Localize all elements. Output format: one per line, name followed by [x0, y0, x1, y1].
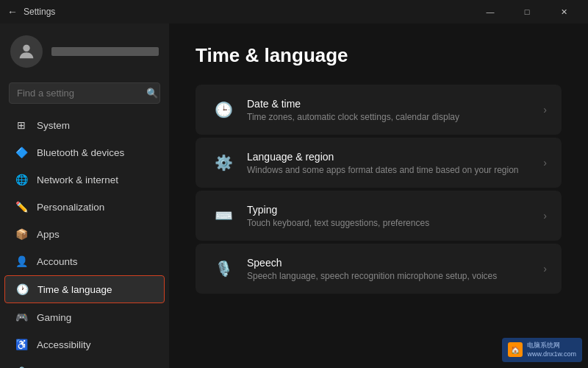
close-button[interactable]: ✕: [547, 0, 581, 24]
date-time-subtitle: Time zones, automatic clock settings, ca…: [247, 112, 543, 122]
card-speech[interactable]: 🎙️ Speech Speech language, speech recogn…: [196, 244, 562, 294]
bluetooth-icon: 🔷: [15, 146, 28, 159]
sidebar-item-label: Apps: [37, 229, 60, 240]
user-profile[interactable]: [0, 24, 169, 79]
date-time-title: Date & time: [247, 98, 543, 110]
page-title: Time & language: [196, 44, 562, 67]
card-typing[interactable]: ⌨️ Typing Touch keyboard, text suggestio…: [196, 191, 562, 241]
gaming-icon: 🎮: [15, 311, 28, 324]
language-region-icon: ⚙️: [210, 149, 237, 176]
speech-subtitle: Speech language, speech recognition micr…: [247, 271, 543, 281]
maximize-button[interactable]: □: [510, 0, 544, 24]
sidebar-item-label: Accounts: [37, 256, 78, 267]
sidebar-item-label: Accessibility: [37, 339, 91, 350]
nav-list: ⊞ System 🔷 Bluetooth & devices 🌐 Network…: [0, 111, 169, 368]
avatar: [10, 35, 43, 68]
language-region-chevron: ›: [543, 157, 547, 169]
system-icon: ⊞: [15, 118, 28, 132]
sidebar-item-personalization[interactable]: ✏️ Personalization: [4, 194, 165, 220]
search-input[interactable]: [17, 88, 140, 99]
network-icon: 🌐: [15, 173, 28, 186]
card-language-region[interactable]: ⚙️ Language & region Windows and some ap…: [196, 138, 562, 188]
personalization-icon: ✏️: [15, 200, 28, 213]
minimize-button[interactable]: —: [473, 0, 507, 24]
date-time-chevron: ›: [543, 104, 547, 116]
speech-title: Speech: [247, 257, 543, 269]
sidebar-item-label: System: [37, 120, 70, 131]
sidebar-item-accessibility[interactable]: ♿ Accessibility: [4, 331, 165, 358]
titlebar-title: Settings: [24, 7, 55, 17]
sidebar-item-label: Gaming: [37, 312, 71, 323]
date-time-icon: 🕒: [210, 96, 237, 123]
sidebar-item-bluetooth[interactable]: 🔷 Bluetooth & devices: [4, 139, 165, 166]
titlebar-controls: — □ ✕: [473, 0, 581, 24]
speech-chevron: ›: [543, 263, 547, 275]
titlebar: ← Settings — □ ✕: [0, 0, 588, 24]
svg-point-0: [23, 45, 29, 52]
sidebar-item-label: Bluetooth & devices: [37, 147, 124, 158]
language-region-title: Language & region: [247, 151, 543, 163]
card-date-time[interactable]: 🕒 Date & time Time zones, automatic cloc…: [196, 85, 562, 135]
sidebar-item-label: Time & language: [37, 284, 112, 295]
sidebar-item-time-language[interactable]: 🕐 Time & language: [4, 275, 165, 303]
typing-title: Typing: [247, 204, 543, 216]
typing-chevron: ›: [543, 210, 547, 222]
cards-list: 🕒 Date & time Time zones, automatic cloc…: [196, 85, 562, 294]
sidebar: 🔍 ⊞ System 🔷 Bluetooth & devices 🌐 Netwo…: [0, 24, 169, 368]
typing-icon: ⌨️: [210, 202, 237, 229]
sidebar-item-apps[interactable]: 📦 Apps: [4, 221, 165, 247]
main-content: Time & language 🕒 Date & time Time zones…: [169, 24, 588, 368]
accounts-icon: 👤: [15, 255, 28, 268]
typing-subtitle: Touch keyboard, text suggestions, prefer…: [247, 218, 543, 228]
apps-icon: 📦: [15, 227, 28, 241]
sidebar-item-label: Personalization: [37, 202, 104, 213]
search-icon: 🔍: [146, 88, 158, 99]
language-region-subtitle: Windows and some apps format dates and t…: [247, 165, 543, 175]
sidebar-item-label: Network & internet: [37, 174, 118, 185]
sidebar-item-network[interactable]: 🌐 Network & internet: [4, 166, 165, 193]
watermark-text: 电脑系统网 www.dnx1w.com: [527, 341, 576, 359]
titlebar-left: ← Settings: [7, 6, 55, 18]
sidebar-item-accounts[interactable]: 👤 Accounts: [4, 248, 165, 275]
user-name-bar: [51, 47, 159, 56]
sidebar-item-system[interactable]: ⊞ System: [4, 112, 165, 138]
app-container: 🔍 ⊞ System 🔷 Bluetooth & devices 🌐 Netwo…: [0, 24, 588, 368]
sidebar-item-gaming[interactable]: 🎮 Gaming: [4, 304, 165, 330]
sidebar-item-privacy[interactable]: 🔒 Privacy & security: [4, 358, 165, 368]
privacy-icon: 🔒: [15, 365, 28, 368]
search-box[interactable]: 🔍: [9, 82, 160, 104]
watermark: 🏠 电脑系统网 www.dnx1w.com: [502, 338, 582, 362]
speech-icon: 🎙️: [210, 255, 237, 282]
back-icon[interactable]: ←: [7, 6, 18, 18]
accessibility-icon: ♿: [15, 338, 28, 351]
time-language-icon: 🕐: [15, 283, 29, 296]
watermark-icon: 🏠: [508, 342, 523, 357]
